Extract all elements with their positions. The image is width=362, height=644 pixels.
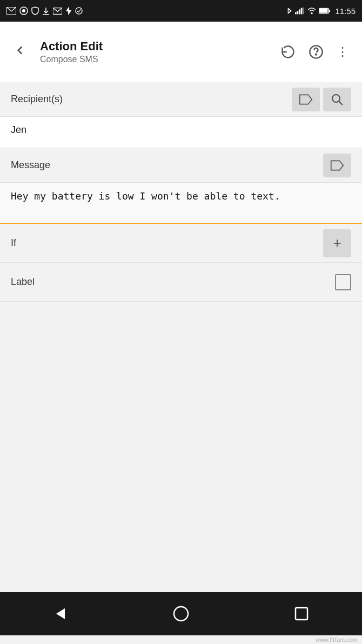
svg-rect-7 — [295, 12, 297, 15]
bottom-nav — [0, 592, 362, 635]
label-label: Label — [11, 276, 335, 288]
message-actions — [323, 154, 351, 177]
gmail-icon — [6, 7, 16, 15]
check-icon — [75, 7, 83, 15]
if-row: If + — [0, 224, 362, 263]
label-row: Label — [0, 263, 362, 302]
svg-rect-8 — [297, 11, 299, 14]
message-input-area[interactable]: Hey my battery is low I won't be able to… — [0, 183, 362, 224]
message-label: Message — [11, 160, 323, 171]
status-icons-right: 11:55 — [286, 6, 356, 16]
watermark: www.ffrfam.com — [0, 635, 362, 644]
svg-line-19 — [339, 101, 343, 105]
help-button[interactable] — [304, 40, 328, 64]
status-time: 11:55 — [335, 6, 356, 16]
signal-icon — [295, 7, 305, 15]
svg-rect-9 — [299, 9, 301, 14]
recipient-search-button[interactable] — [323, 88, 351, 111]
recipient-label: Recipient(s) — [11, 94, 292, 105]
nav-recents-button[interactable] — [285, 597, 318, 630]
app-bar-titles: Action Edit Compose SMS — [40, 39, 267, 64]
svg-rect-22 — [296, 608, 307, 620]
svg-point-18 — [332, 95, 340, 102]
bluetooth-icon — [286, 6, 293, 15]
svg-marker-20 — [56, 608, 65, 619]
svg-point-6 — [76, 8, 82, 14]
recipient-tag-button[interactable] — [292, 88, 320, 111]
content-area: Recipient(s) Message — [0, 82, 362, 592]
svg-rect-15 — [329, 10, 331, 12]
message-input[interactable]: Hey my battery is low I won't be able to… — [11, 190, 351, 213]
app-bar-subtitle: Compose SMS — [40, 55, 267, 64]
recipient-input-area[interactable] — [0, 117, 362, 148]
svg-point-17 — [316, 54, 317, 55]
message-section-row: Message — [0, 148, 362, 183]
nav-home-button[interactable] — [165, 597, 197, 630]
download-icon — [42, 6, 50, 15]
recipient-actions — [292, 88, 351, 111]
back-button[interactable] — [9, 39, 31, 65]
label-checkbox[interactable] — [335, 274, 351, 290]
mail-icon — [53, 8, 62, 15]
more-options-button[interactable]: ⋮ — [332, 41, 353, 63]
recipient-input[interactable] — [11, 124, 351, 136]
message-tag-button[interactable] — [323, 154, 351, 177]
photos-icon — [19, 6, 28, 15]
svg-point-12 — [311, 12, 313, 15]
if-label: If — [11, 237, 323, 249]
nav-back-button[interactable] — [44, 597, 77, 630]
status-icons-left — [6, 6, 83, 15]
wifi-icon — [307, 7, 317, 15]
svg-point-21 — [174, 607, 188, 621]
recipient-section-row: Recipient(s) — [0, 82, 362, 117]
battery-icon — [319, 8, 331, 14]
svg-rect-10 — [301, 8, 303, 15]
svg-marker-5 — [66, 6, 72, 15]
if-add-button[interactable]: + — [323, 229, 351, 257]
app-bar: Action Edit Compose SMS ⋮ — [0, 22, 362, 82]
status-bar: 11:55 — [0, 0, 362, 22]
svg-point-2 — [22, 9, 25, 12]
app-bar-title: Action Edit — [40, 39, 267, 54]
shield-icon — [31, 6, 39, 15]
app-bar-actions: ⋮ — [276, 40, 353, 64]
reset-button[interactable] — [276, 40, 300, 64]
flash-icon — [65, 6, 72, 15]
svg-rect-11 — [303, 8, 305, 15]
svg-rect-14 — [319, 9, 328, 12]
